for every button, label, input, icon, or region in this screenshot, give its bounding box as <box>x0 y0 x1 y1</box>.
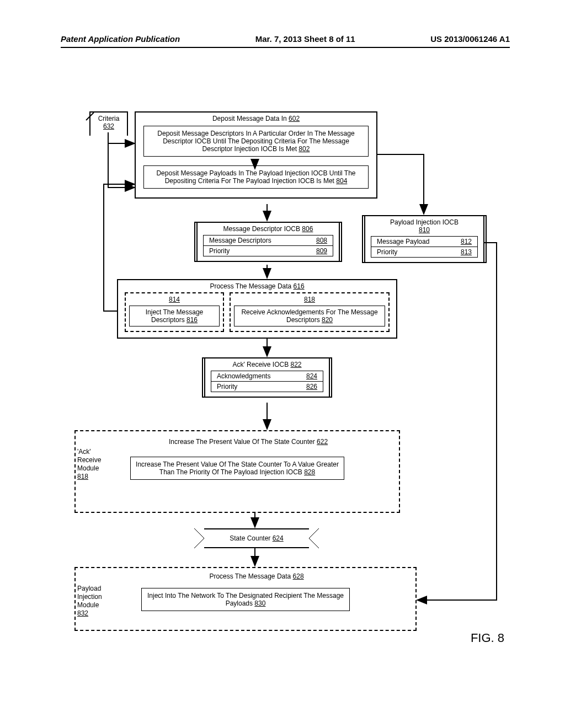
ack-receive-module-label: 'Ack' Receive Module 818 <box>77 448 101 481</box>
deposit-inner-2-ref: 804 <box>336 177 347 185</box>
payload-module-ref: 832 <box>77 609 88 617</box>
payload-iocb-title-ref: 810 <box>419 226 430 234</box>
payload-module-l3: Module <box>77 601 99 609</box>
page-header: Patent Application Publication Mar. 7, 2… <box>61 34 510 48</box>
msg-desc-iocb-title-ref: 806 <box>302 225 313 233</box>
process1-right-text: Receive Acknowledgements For The Message… <box>241 308 377 324</box>
process1-title: Process The Message Data <box>210 282 291 290</box>
increase-inner-ref: 828 <box>304 468 315 476</box>
payload-injection-module-label: Payload Injection Module 832 <box>77 585 102 618</box>
deposit-message-data-box: Deposit Message Data In 602 Deposit Mess… <box>135 111 377 199</box>
ack-module-ref: 818 <box>77 473 88 480</box>
process1-right-ref: 818 <box>304 296 315 303</box>
msg-desc-row2-ref: 809 <box>316 247 327 255</box>
deposit-inner-2: Deposit Message Payloads In The Payload … <box>143 165 369 189</box>
process2-inner: Inject Into The Network To The Designate… <box>141 588 350 611</box>
ack-row1-ref: 824 <box>306 372 317 380</box>
process2-title: Process The Message Data <box>209 572 291 580</box>
increase-inner: Increase The Present Value Of The State … <box>130 457 344 480</box>
process-message-data-616: Process The Message Data 616 814 Inject … <box>117 279 397 339</box>
process1-left-box: 814 Inject The Message Descriptors 816 <box>125 292 224 332</box>
msg-desc-row1-ref: 808 <box>316 237 327 244</box>
msg-desc-row2: Priority <box>209 247 230 255</box>
deposit-title: Deposit Message Data In <box>212 115 287 122</box>
payload-module-l2: Injection <box>77 593 102 601</box>
process2-inner-ref: 830 <box>254 599 265 607</box>
payload-injection-iocb: Payload Injection IOCB 810 Message Paylo… <box>364 215 484 263</box>
deposit-inner-1-ref: 802 <box>299 145 310 153</box>
state-counter-ref: 624 <box>273 534 284 542</box>
payload-row1: Message Payload <box>377 238 429 245</box>
header-left: Patent Application Publication <box>61 34 180 44</box>
payload-row2: Priority <box>377 248 397 256</box>
payload-row2-ref: 813 <box>461 248 472 256</box>
process-message-data-628: Process The Message Data 628 Inject Into… <box>74 567 417 631</box>
state-counter-label: State Counter <box>230 534 270 542</box>
figure-caption: FIG. 8 <box>471 631 504 645</box>
msg-desc-row1: Message Descriptors <box>209 237 271 244</box>
header-right: US 2013/0061246 A1 <box>430 34 510 44</box>
state-counter-hex: State Counter 624 <box>204 528 309 548</box>
criteria-tab: Criteria 632 <box>89 111 128 136</box>
process1-right-text-ref: 820 <box>322 316 333 324</box>
criteria-ref: 632 <box>103 122 114 130</box>
ack-iocb-title-ref: 822 <box>290 361 301 368</box>
ack-receive-iocb: Ack' Receive IOCB 822 Acknowledgments 82… <box>204 357 330 398</box>
deposit-inner-2-text: Deposit Message Payloads In The Payload … <box>156 169 355 185</box>
process2-inner-text: Inject Into The Network To The Designate… <box>147 592 344 607</box>
ack-row1: Acknowledgments <box>217 372 270 380</box>
payload-row1-ref: 812 <box>461 238 472 245</box>
increase-state-counter-box: Increase The Present Value Of The State … <box>74 430 400 513</box>
ack-iocb-title: Ack' Receive IOCB <box>232 361 289 368</box>
process1-left-ref: 814 <box>169 296 180 303</box>
ack-row2: Priority <box>217 383 237 390</box>
process1-left-text-ref: 816 <box>186 316 198 324</box>
msg-desc-iocb-title: Message Descriptor IOCB <box>223 225 300 233</box>
ack-module-l1: 'Ack' <box>77 448 91 456</box>
criteria-label: Criteria <box>98 115 120 122</box>
page: Patent Application Publication Mar. 7, 2… <box>0 0 565 728</box>
increase-title: Increase The Present Value Of The State … <box>169 438 315 446</box>
increase-title-ref: 622 <box>317 438 328 446</box>
deposit-title-ref: 602 <box>289 115 300 122</box>
ack-module-l3: Module <box>77 464 99 472</box>
payload-iocb-title: Payload Injection IOCB <box>390 218 459 226</box>
ack-row2-ref: 826 <box>306 383 317 390</box>
ack-module-l2: Receive <box>77 456 101 464</box>
process1-right-box: 818 Receive Acknowledgements For The Mes… <box>230 292 390 332</box>
process2-title-ref: 628 <box>293 572 304 580</box>
header-center: Mar. 7, 2013 Sheet 8 of 11 <box>255 34 355 44</box>
deposit-inner-1-text: Deposit Message Descriptors In A Particu… <box>157 130 354 153</box>
process1-title-ref: 616 <box>294 282 305 290</box>
message-descriptor-iocb: Message Descriptor IOCB 806 Message Desc… <box>196 222 340 262</box>
deposit-inner-1: Deposit Message Descriptors In A Particu… <box>143 126 369 157</box>
payload-module-l1: Payload <box>77 585 101 592</box>
